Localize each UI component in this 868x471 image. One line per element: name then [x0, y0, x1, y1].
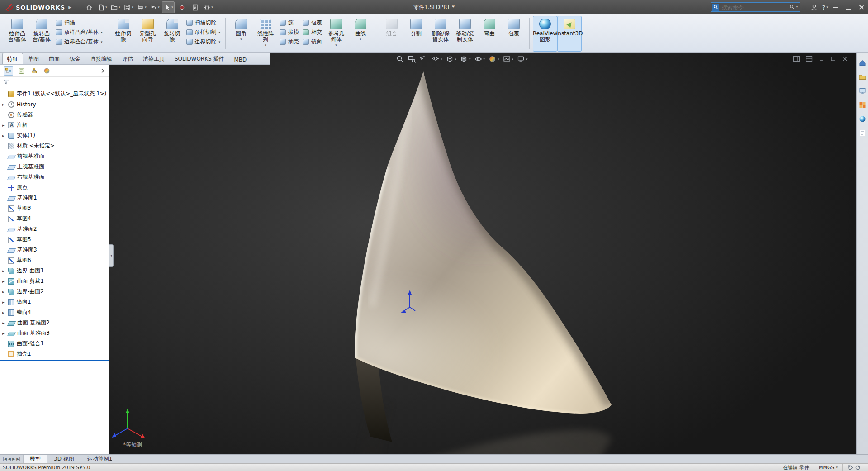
- zoom-area-button[interactable]: [408, 55, 416, 63]
- user-account-icon[interactable]: [811, 4, 818, 11]
- dropdown-arrow-icon[interactable]: ▾: [484, 57, 485, 61]
- view-orientation-button[interactable]: ▾: [446, 55, 457, 63]
- configurationmanager-tab[interactable]: [30, 67, 38, 75]
- mirror-button[interactable]: 镜向: [301, 38, 324, 46]
- tree-item-boundary-surface1[interactable]: 边界-曲面1: [0, 266, 109, 276]
- displaymanager-tab[interactable]: [43, 67, 51, 75]
- tree-item-plane3[interactable]: 基准面3: [0, 245, 109, 255]
- dropdown-arrow-icon[interactable]: ▾: [145, 5, 147, 9]
- status-tag-icon[interactable]: [847, 465, 853, 471]
- dropdown-arrow-icon[interactable]: ▾: [360, 38, 361, 41]
- tree-item-knit-surface1[interactable]: 曲面-缝合1: [0, 338, 109, 349]
- logo-flyout-arrow-icon[interactable]: ▶: [68, 5, 71, 10]
- search-dropdown-icon[interactable]: ▾: [796, 5, 798, 9]
- extruded-boss-button[interactable]: 拉伸凸台/基体: [5, 16, 29, 52]
- undo-button[interactable]: ▾: [149, 2, 161, 13]
- tree-item-origin[interactable]: 原点: [0, 182, 109, 193]
- dropdown-arrow-icon[interactable]: ▾: [171, 5, 173, 9]
- file-explorer-button[interactable]: [858, 86, 867, 95]
- draft-button[interactable]: 拔模: [278, 29, 301, 36]
- sweep-button[interactable]: 扫描: [54, 19, 104, 27]
- expand-arrow-icon[interactable]: [2, 123, 8, 128]
- tree-item-planar-surface2[interactable]: 曲面-基准面2: [0, 318, 109, 328]
- view-settings-button[interactable]: ▾: [517, 55, 528, 63]
- boundary-cut-button[interactable]: 边界切除▾: [185, 38, 223, 46]
- featuremanager-tab[interactable]: [4, 66, 13, 76]
- options-button[interactable]: ▾: [202, 2, 214, 13]
- tree-item-plane2[interactable]: 基准面2: [0, 224, 109, 234]
- dropdown-arrow-icon[interactable]: ▾: [441, 57, 442, 61]
- flyout-arrow-icon[interactable]: ▾: [219, 31, 221, 34]
- tree-item-shell1[interactable]: 抽壳1: [0, 349, 109, 359]
- expand-arrow-icon[interactable]: [2, 300, 8, 304]
- dropdown-arrow-icon[interactable]: ▾: [526, 57, 528, 61]
- view-palette-button[interactable]: [858, 100, 867, 109]
- flyout-arrow-icon[interactable]: ▾: [101, 40, 103, 44]
- delete-keep-body-button[interactable]: 删除/保留实体: [428, 16, 453, 52]
- search-input[interactable]: [721, 4, 789, 11]
- expand-arrow-icon[interactable]: [2, 269, 8, 273]
- curves-button[interactable]: 曲线 ▾: [348, 16, 373, 52]
- flex-button[interactable]: 弯曲: [477, 16, 502, 52]
- first-tab-icon[interactable]: |◀: [3, 457, 7, 461]
- last-tab-icon[interactable]: ▶|: [16, 457, 20, 461]
- restore-button[interactable]: [842, 0, 855, 14]
- tree-item-sketch3[interactable]: 草图3: [0, 203, 109, 214]
- tree-item-solid-bodies[interactable]: 实体(1): [0, 130, 109, 141]
- tree-item-mirror4[interactable]: 镜向4: [0, 307, 109, 318]
- dropdown-arrow-icon[interactable]: ▾: [158, 5, 160, 9]
- expand-arrow-icon[interactable]: [2, 279, 8, 284]
- tab-features[interactable]: 特征: [2, 53, 23, 64]
- tree-item-annotations[interactable]: 注解: [0, 120, 109, 130]
- close-button[interactable]: [855, 0, 868, 14]
- doc-close-icon[interactable]: [842, 56, 848, 62]
- tree-item-history[interactable]: History: [0, 99, 109, 109]
- dropdown-arrow-icon[interactable]: ▾: [826, 5, 828, 9]
- tree-item-sketch5[interactable]: 草图5: [0, 234, 109, 245]
- tree-item-top-plane[interactable]: 上视基准面: [0, 162, 109, 172]
- rebuild-button[interactable]: [176, 2, 188, 13]
- dropdown-arrow-icon[interactable]: ▾: [498, 57, 499, 61]
- save-button[interactable]: ▾: [123, 2, 134, 13]
- tree-item-trim-surface1[interactable]: 曲面-剪裁1: [0, 276, 109, 286]
- tab-render-tools[interactable]: 渲染工具: [138, 53, 170, 64]
- dropdown-arrow-icon[interactable]: ▾: [105, 5, 107, 9]
- tree-item-mirror1[interactable]: 镜向1: [0, 297, 109, 307]
- tab-solidworks-addins[interactable]: SOLIDWORKS 插件: [170, 53, 229, 64]
- new-document-button[interactable]: ▾: [96, 2, 108, 13]
- design-library-button[interactable]: [858, 72, 867, 81]
- boundary-boss-button[interactable]: 边界凸台/基体▾: [54, 38, 104, 46]
- linear-pattern-button[interactable]: 线性阵列 ▾: [253, 16, 278, 52]
- wrap-feature-button[interactable]: 包覆: [301, 19, 324, 27]
- tab-sheet-metal[interactable]: 钣金: [65, 53, 85, 64]
- tree-item-sensors[interactable]: 传感器: [0, 109, 109, 120]
- expand-arrow-icon[interactable]: [2, 133, 8, 138]
- search-scope-icon[interactable]: [712, 4, 719, 11]
- split-button[interactable]: 分割: [404, 16, 428, 52]
- instant3d-button[interactable]: Instant3D: [557, 16, 582, 52]
- dropdown-arrow-icon[interactable]: ▾: [132, 5, 133, 9]
- loft-button[interactable]: 放样凸台/基体▾: [54, 29, 104, 36]
- file-properties-button[interactable]: [189, 2, 201, 13]
- tab-mbd[interactable]: MBD: [229, 54, 251, 64]
- search-icon[interactable]: [789, 4, 795, 10]
- flyout-arrow-icon[interactable]: ▾: [101, 31, 103, 34]
- units-selector[interactable]: MMGS▾: [814, 464, 842, 471]
- propertymanager-tab[interactable]: [17, 67, 26, 75]
- 3d-model-canvas[interactable]: [109, 53, 856, 454]
- tree-item-sketch6[interactable]: 草图6: [0, 255, 109, 266]
- command-search-box[interactable]: ▾: [711, 2, 800, 12]
- rib-button[interactable]: 筋: [278, 19, 301, 27]
- edit-appearance-button[interactable]: ▾: [488, 55, 499, 63]
- status-sync-icon[interactable]: [855, 465, 861, 471]
- minimize-button[interactable]: [829, 0, 842, 14]
- panel-collapse-handle[interactable]: [109, 244, 114, 267]
- next-tab-icon[interactable]: ▶: [12, 457, 15, 461]
- tree-item-front-plane[interactable]: 前视基准面: [0, 151, 109, 162]
- tab-direct-editing[interactable]: 直接编辑: [85, 53, 117, 64]
- revolved-cut-button[interactable]: 旋转切除: [160, 16, 185, 52]
- panel-expand-icon[interactable]: [100, 68, 105, 74]
- tree-filter-bar[interactable]: [0, 77, 109, 87]
- dropdown-arrow-icon[interactable]: ▾: [469, 57, 471, 61]
- open-button[interactable]: ▾: [109, 2, 121, 13]
